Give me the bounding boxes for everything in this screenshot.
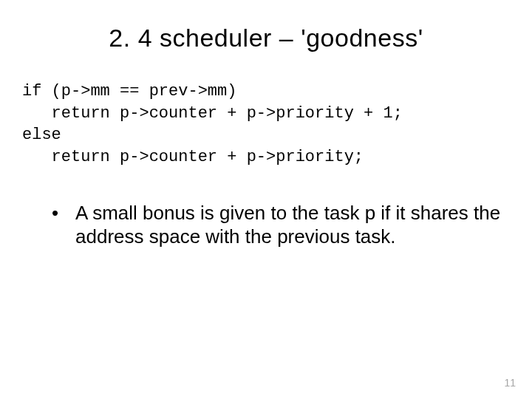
code-block: if (p->mm == prev->mm) return p->counter…	[22, 81, 502, 168]
slide-title: 2. 4 scheduler – 'goodness'	[30, 24, 502, 52]
page-number: 11	[504, 377, 516, 389]
bullet-item: A small bonus is given to the task p if …	[52, 201, 502, 249]
slide-container: 2. 4 scheduler – 'goodness' if (p->mm ==…	[0, 0, 532, 399]
bullet-list: A small bonus is given to the task p if …	[52, 201, 502, 249]
